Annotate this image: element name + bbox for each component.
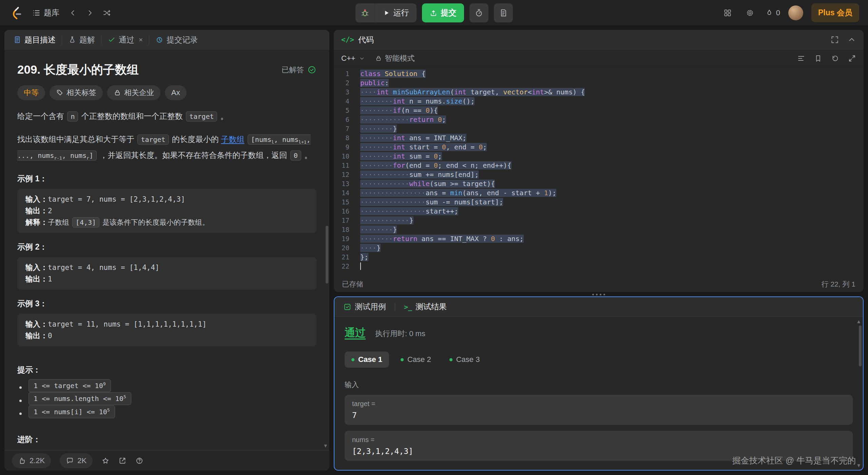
tab-testresult-label: 测试结果 xyxy=(416,302,447,312)
close-icon[interactable]: × xyxy=(139,36,143,44)
leetcode-logo-icon[interactable] xyxy=(9,6,23,20)
run-button[interactable]: 运行 xyxy=(375,3,417,22)
star-button[interactable] xyxy=(101,457,110,465)
code-line: 8········int ans = INT_MAX; xyxy=(334,133,864,143)
line-number: 11 xyxy=(334,161,349,170)
tab-separator xyxy=(395,303,395,311)
code-line: 17············} xyxy=(334,216,864,225)
prev-problem-button[interactable] xyxy=(66,6,80,20)
expand-editor-icon[interactable] xyxy=(848,54,856,62)
fullscreen-icon[interactable] xyxy=(830,35,839,44)
case-tab[interactable]: Case 3 xyxy=(443,351,487,368)
case-tab[interactable]: Case 1 xyxy=(345,351,389,368)
chevron-right-icon xyxy=(86,9,94,17)
scrollbar-down-arrow[interactable]: ▼ xyxy=(323,443,328,448)
comments-button[interactable]: 2K xyxy=(60,453,93,468)
tab-submissions[interactable]: 提交记录 xyxy=(151,30,202,50)
check-circle-icon xyxy=(307,65,316,74)
test-scrollbar-down-arrow[interactable]: ▼ xyxy=(856,463,861,468)
run-group: 运行 xyxy=(355,3,417,22)
bold-label: 输出： xyxy=(25,331,48,340)
settings-button[interactable] xyxy=(743,6,757,20)
line-number: 17 xyxy=(334,216,349,225)
mono-text: target = 7, nums = [2,3,1,2,4,3] xyxy=(48,195,185,203)
plus-member-button[interactable]: Plus 会员 xyxy=(811,3,859,22)
bold-label: 输出： xyxy=(25,275,48,283)
submit-button[interactable]: 提交 xyxy=(422,3,464,22)
test-result-content: 通过 执行用时: 0 ms Case 1Case 2Case 3 输入 targ… xyxy=(334,317,863,470)
case-tabs: Case 1Case 2Case 3 xyxy=(345,351,853,368)
thumb-up-icon xyxy=(18,457,26,465)
problem-list-button[interactable]: 题库 xyxy=(28,5,63,21)
difficulty-badge[interactable]: 中等 xyxy=(17,85,45,100)
bookmark-icon[interactable] xyxy=(814,54,822,62)
plus-member-label: Plus 会员 xyxy=(818,8,852,17)
problem-scrollbar-thumb[interactable] xyxy=(326,226,328,284)
chevron-down-icon[interactable] xyxy=(359,55,365,61)
result-status[interactable]: 通过 xyxy=(345,326,366,340)
tab-solutions-label: 题解 xyxy=(79,35,95,45)
lock-icon xyxy=(375,55,382,62)
debug-button[interactable] xyxy=(355,3,375,22)
related-companies-button[interactable]: 相关企业 xyxy=(107,85,160,100)
ax-label: Ax xyxy=(171,88,180,97)
example-block: 输入：target = 4, nums = [1,4,4]输出：1 xyxy=(17,257,316,290)
line-number: 20 xyxy=(334,243,349,253)
tab-solutions[interactable]: 题解 xyxy=(63,30,100,50)
constraint-item: 1 <= nums.length <= 105 xyxy=(27,395,316,403)
line-number: 13 xyxy=(334,179,349,188)
tab-description[interactable]: 题目描述 xyxy=(8,30,60,50)
like-button[interactable]: 2.2K xyxy=(12,453,51,468)
tab-testcases[interactable]: 测试用例 xyxy=(343,302,386,312)
problem-tabstrip: 题目描述 题解 通过 × 提交记录 xyxy=(4,30,329,50)
collapse-panel-icon[interactable] xyxy=(847,35,856,44)
code-line: 21}; xyxy=(334,253,864,262)
problem-description: 给定一个含有 n 个正整数的数组和一个正整数 target 。找出该数组中满足其… xyxy=(17,110,316,165)
format-icon[interactable] xyxy=(797,54,805,62)
main-area: 题目描述 题解 通过 × 提交记录 xyxy=(0,25,868,475)
share-button[interactable] xyxy=(118,457,127,465)
timer-button[interactable] xyxy=(469,3,488,22)
test-input-field[interactable]: target =7 xyxy=(345,395,853,425)
list-icon xyxy=(32,8,41,17)
solved-badge: 已解答 xyxy=(282,65,316,75)
notes-button[interactable] xyxy=(494,3,513,22)
tab-description-label: 题目描述 xyxy=(24,35,56,45)
next-problem-button[interactable] xyxy=(83,6,97,20)
related-tags-button[interactable]: 相关标签 xyxy=(50,85,103,100)
line-number: 3 xyxy=(334,88,349,97)
test-scrollbar-thumb[interactable] xyxy=(859,326,862,366)
line-number: 8 xyxy=(334,133,349,143)
mono-text: target = 11, nums = [1,1,1,1,1,1,1,1] xyxy=(48,320,207,328)
example-label: 示例 3： xyxy=(17,298,316,309)
related-tags-label: 相关标签 xyxy=(66,88,96,98)
code-line: 5········if(n == 0){ xyxy=(334,106,864,115)
ax-button[interactable]: Ax xyxy=(165,85,187,100)
problem-paragraph: 找出该数组中满足其总和大于等于 target 的长度最小的 子数组 [numsl… xyxy=(17,133,316,165)
inline-link[interactable]: 子数组 xyxy=(221,135,244,144)
reset-code-icon[interactable] xyxy=(831,54,839,62)
code-line: 12············sum += nums[end]; xyxy=(334,170,864,179)
flask-icon xyxy=(68,36,76,44)
code-editor[interactable]: 1class Solution {2public:3····int minSub… xyxy=(334,67,864,276)
upload-icon xyxy=(429,9,438,17)
help-button[interactable] xyxy=(135,457,143,465)
language-selector[interactable]: C++ xyxy=(341,54,355,63)
line-number: 4 xyxy=(334,97,349,106)
case-tab[interactable]: Case 2 xyxy=(394,351,438,368)
smart-mode[interactable]: 智能模式 xyxy=(375,53,415,63)
tab-testresult[interactable]: >_ 测试结果 xyxy=(404,302,447,312)
apps-grid-button[interactable] xyxy=(720,6,735,20)
avatar[interactable] xyxy=(788,5,803,20)
code-line: 10········int sum = 0; xyxy=(334,152,864,161)
tab-accepted[interactable]: 通过 × xyxy=(103,30,148,50)
test-scrollbar-up-arrow[interactable]: ▲ xyxy=(856,319,861,324)
code-panel-title: 代码 xyxy=(358,35,374,45)
daily-streak[interactable]: 0 xyxy=(765,8,780,17)
code-line: 6············return 0; xyxy=(334,115,864,124)
random-problem-button[interactable] xyxy=(100,6,114,20)
gear-icon xyxy=(746,8,754,17)
advanced-label: 进阶： xyxy=(17,434,316,445)
panel-resize-handle[interactable] xyxy=(592,294,605,295)
problem-panel: 题目描述 题解 通过 × 提交记录 xyxy=(4,30,329,471)
